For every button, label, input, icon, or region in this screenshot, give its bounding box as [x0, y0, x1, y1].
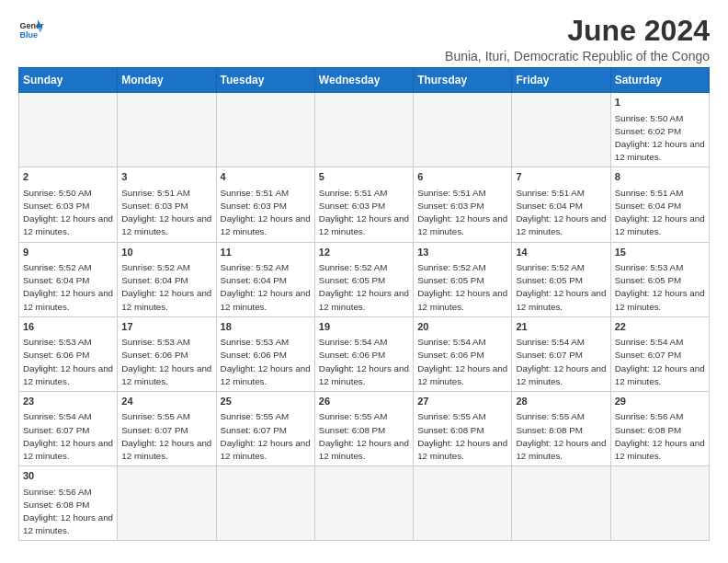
calendar-cell: 14Sunrise: 5:52 AMSunset: 6:05 PMDayligh…: [512, 242, 610, 316]
calendar-cell: 26Sunrise: 5:55 AMSunset: 6:08 PMDayligh…: [314, 392, 413, 466]
day-info: Sunrise: 5:54 AMSunset: 6:07 PMDaylight:…: [615, 336, 705, 388]
day-number: 6: [417, 170, 507, 184]
weekday-header-monday: Monday: [118, 68, 216, 93]
calendar-cell: [512, 93, 610, 167]
calendar-cell: [414, 93, 512, 167]
calendar-week-row: 30Sunrise: 5:56 AMSunset: 6:08 PMDayligh…: [19, 466, 710, 541]
day-number: 28: [516, 395, 606, 408]
day-number: 10: [121, 246, 211, 259]
day-number: 14: [516, 246, 606, 259]
day-info: Sunrise: 5:51 AMSunset: 6:03 PMDaylight:…: [417, 187, 507, 239]
calendar-cell: [414, 466, 512, 541]
calendar-cell: [118, 466, 216, 541]
day-number: 25: [221, 395, 311, 408]
calendar-cell: 2Sunrise: 5:50 AMSunset: 6:03 PMDaylight…: [19, 167, 118, 242]
weekday-header-row: SundayMondayTuesdayWednesdayThursdayFrid…: [19, 68, 710, 93]
calendar-cell: 27Sunrise: 5:55 AMSunset: 6:08 PMDayligh…: [414, 392, 512, 466]
day-info: Sunrise: 5:54 AMSunset: 6:07 PMDaylight:…: [23, 410, 113, 463]
logo-icon: General Blue: [18, 15, 44, 40]
calendar-cell: 4Sunrise: 5:51 AMSunset: 6:03 PMDaylight…: [216, 167, 314, 242]
day-info: Sunrise: 5:53 AMSunset: 6:05 PMDaylight:…: [615, 261, 705, 314]
calendar-cell: 3Sunrise: 5:51 AMSunset: 6:03 PMDaylight…: [118, 167, 216, 242]
day-number: 30: [23, 469, 113, 483]
calendar-cell: 15Sunrise: 5:53 AMSunset: 6:05 PMDayligh…: [610, 242, 709, 316]
day-number: 29: [615, 395, 705, 408]
calendar-cell: [314, 93, 413, 167]
calendar-cell: [216, 466, 314, 541]
calendar-week-row: 9Sunrise: 5:52 AMSunset: 6:04 PMDaylight…: [19, 242, 710, 316]
day-number: 15: [615, 246, 705, 259]
calendar-cell: 5Sunrise: 5:51 AMSunset: 6:03 PMDaylight…: [314, 167, 413, 242]
calendar-cell: [314, 466, 413, 541]
day-number: 5: [319, 170, 409, 184]
day-info: Sunrise: 5:52 AMSunset: 6:04 PMDaylight:…: [221, 261, 311, 314]
day-info: Sunrise: 5:52 AMSunset: 6:05 PMDaylight:…: [516, 261, 606, 314]
calendar-cell: 19Sunrise: 5:54 AMSunset: 6:06 PMDayligh…: [314, 316, 413, 391]
day-info: Sunrise: 5:51 AMSunset: 6:03 PMDaylight:…: [221, 187, 311, 239]
day-info: Sunrise: 5:53 AMSunset: 6:06 PMDaylight:…: [23, 336, 113, 388]
calendar-week-row: 1Sunrise: 5:50 AMSunset: 6:02 PMDaylight…: [19, 93, 710, 167]
day-info: Sunrise: 5:55 AMSunset: 6:08 PMDaylight:…: [319, 410, 409, 463]
calendar-cell: 11Sunrise: 5:52 AMSunset: 6:04 PMDayligh…: [216, 242, 314, 316]
calendar-cell: 25Sunrise: 5:55 AMSunset: 6:07 PMDayligh…: [216, 392, 314, 466]
calendar-cell: 13Sunrise: 5:52 AMSunset: 6:05 PMDayligh…: [414, 242, 512, 316]
day-number: 8: [615, 170, 705, 184]
day-number: 19: [319, 320, 409, 334]
day-info: Sunrise: 5:53 AMSunset: 6:06 PMDaylight:…: [121, 336, 211, 388]
header: General Blue June 2024 Bunia, Ituri, Dem…: [18, 15, 710, 63]
day-number: 23: [23, 395, 113, 408]
calendar-week-row: 2Sunrise: 5:50 AMSunset: 6:03 PMDaylight…: [19, 167, 710, 242]
day-number: 18: [221, 320, 311, 334]
day-info: Sunrise: 5:52 AMSunset: 6:05 PMDaylight:…: [319, 261, 409, 314]
calendar-cell: [118, 93, 216, 167]
calendar-cell: [216, 93, 314, 167]
calendar-cell: 6Sunrise: 5:51 AMSunset: 6:03 PMDaylight…: [414, 167, 512, 242]
day-info: Sunrise: 5:55 AMSunset: 6:07 PMDaylight:…: [221, 410, 311, 463]
calendar-cell: 23Sunrise: 5:54 AMSunset: 6:07 PMDayligh…: [19, 392, 118, 466]
weekday-header-tuesday: Tuesday: [216, 68, 314, 93]
day-number: 27: [417, 395, 507, 408]
day-info: Sunrise: 5:54 AMSunset: 6:06 PMDaylight:…: [417, 336, 507, 388]
svg-text:Blue: Blue: [19, 30, 38, 40]
day-info: Sunrise: 5:55 AMSunset: 6:08 PMDaylight:…: [417, 410, 507, 463]
day-info: Sunrise: 5:51 AMSunset: 6:04 PMDaylight:…: [615, 187, 705, 239]
day-number: 16: [23, 320, 113, 334]
calendar-cell: [610, 466, 709, 541]
calendar-cell: 24Sunrise: 5:55 AMSunset: 6:07 PMDayligh…: [118, 392, 216, 466]
day-info: Sunrise: 5:51 AMSunset: 6:04 PMDaylight:…: [516, 187, 606, 239]
calendar-table: SundayMondayTuesdayWednesdayThursdayFrid…: [18, 67, 710, 541]
calendar-cell: 20Sunrise: 5:54 AMSunset: 6:06 PMDayligh…: [414, 316, 512, 391]
day-number: 11: [221, 246, 311, 259]
day-info: Sunrise: 5:56 AMSunset: 6:08 PMDaylight:…: [23, 486, 113, 538]
weekday-header-wednesday: Wednesday: [314, 68, 413, 93]
day-number: 4: [221, 170, 311, 184]
day-number: 3: [121, 170, 211, 184]
day-number: 13: [417, 246, 507, 259]
day-info: Sunrise: 5:50 AMSunset: 6:02 PMDaylight:…: [615, 112, 705, 165]
page-container: General Blue June 2024 Bunia, Ituri, Dem…: [18, 15, 710, 541]
calendar-week-row: 23Sunrise: 5:54 AMSunset: 6:07 PMDayligh…: [19, 392, 710, 466]
calendar-cell: 1Sunrise: 5:50 AMSunset: 6:02 PMDaylight…: [610, 93, 709, 167]
day-info: Sunrise: 5:53 AMSunset: 6:06 PMDaylight:…: [221, 336, 311, 388]
day-info: Sunrise: 5:54 AMSunset: 6:06 PMDaylight:…: [319, 336, 409, 388]
weekday-header-sunday: Sunday: [19, 68, 118, 93]
day-info: Sunrise: 5:56 AMSunset: 6:08 PMDaylight:…: [615, 410, 705, 463]
day-number: 20: [417, 320, 507, 334]
weekday-header-thursday: Thursday: [414, 68, 512, 93]
title-area: June 2024 Bunia, Ituri, Democratic Repub…: [445, 15, 710, 63]
day-number: 1: [615, 96, 705, 109]
day-info: Sunrise: 5:54 AMSunset: 6:07 PMDaylight:…: [516, 336, 606, 388]
calendar-cell: 29Sunrise: 5:56 AMSunset: 6:08 PMDayligh…: [610, 392, 709, 466]
day-info: Sunrise: 5:52 AMSunset: 6:04 PMDaylight:…: [23, 261, 113, 314]
day-info: Sunrise: 5:51 AMSunset: 6:03 PMDaylight:…: [319, 187, 409, 239]
day-number: 22: [615, 320, 705, 334]
calendar-cell: 18Sunrise: 5:53 AMSunset: 6:06 PMDayligh…: [216, 316, 314, 391]
calendar-cell: 30Sunrise: 5:56 AMSunset: 6:08 PMDayligh…: [19, 466, 118, 541]
calendar-cell: 10Sunrise: 5:52 AMSunset: 6:04 PMDayligh…: [118, 242, 216, 316]
day-number: 26: [319, 395, 409, 408]
calendar-cell: [19, 93, 118, 167]
day-info: Sunrise: 5:52 AMSunset: 6:05 PMDaylight:…: [417, 261, 507, 314]
day-number: 21: [516, 320, 606, 334]
main-title: June 2024: [445, 15, 710, 47]
calendar-cell: 7Sunrise: 5:51 AMSunset: 6:04 PMDaylight…: [512, 167, 610, 242]
